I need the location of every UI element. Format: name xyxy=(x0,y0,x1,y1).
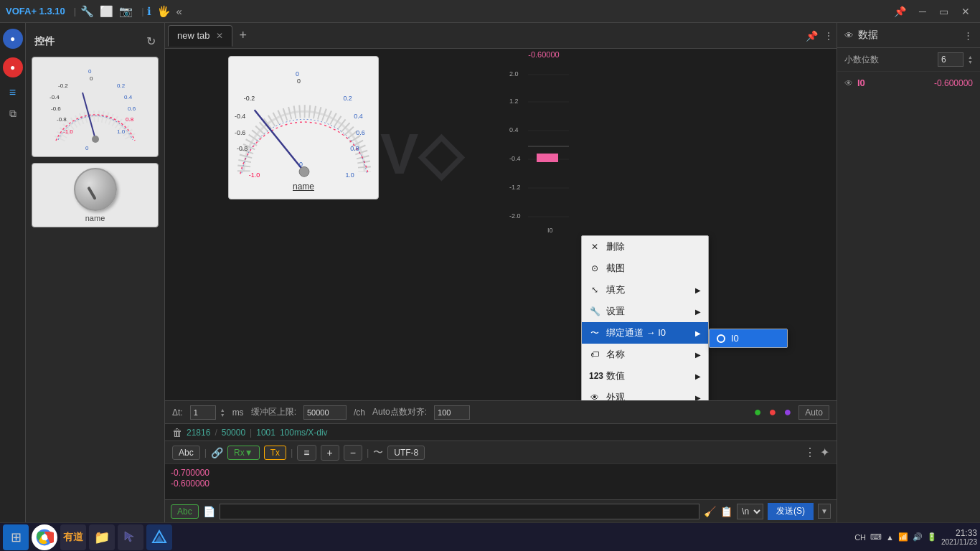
newline-select[interactable]: \n xyxy=(737,504,763,519)
svg-text:-0.8: -0.8 xyxy=(57,116,67,123)
rp-channel-row[interactable]: 👁 I0 -0.600000 xyxy=(837,72,980,94)
send-mode-btn[interactable]: Abc xyxy=(171,504,199,519)
start-btn[interactable]: ⊞ xyxy=(3,524,29,550)
align-btn[interactable]: ≡ xyxy=(297,445,316,461)
ctx-value-label: 数值 xyxy=(606,369,625,382)
close-btn[interactable]: ✕ xyxy=(957,4,974,19)
vofa-icon[interactable] xyxy=(146,524,172,550)
network-icon: 📶 xyxy=(898,532,908,542)
svg-text:I0: I0 xyxy=(547,227,553,234)
camera-icon[interactable]: 📷 xyxy=(119,5,133,18)
strip-lines-icon[interactable]: ≡ xyxy=(9,86,16,99)
status-points: 1001 xyxy=(256,428,275,438)
encoding-btn[interactable]: UTF-8 xyxy=(387,446,425,460)
delete-icon-btn[interactable]: 🗑 xyxy=(172,427,182,438)
tray-arrow[interactable]: ▲ xyxy=(886,533,894,542)
tx-btn[interactable]: Tx xyxy=(264,446,286,460)
tab-add-btn[interactable]: + xyxy=(235,28,252,43)
ctx-name-icon: 🏷 xyxy=(589,349,600,359)
context-menu: ✕ 删除 ⊙ 截图 ⤡ 填充 ▶ 🔧 设置 ▶ 〜 xyxy=(581,235,709,400)
delta-t-spinner[interactable]: ▲ ▼ xyxy=(220,408,225,418)
auto-btn[interactable]: Auto xyxy=(798,405,829,420)
ctx-fill-icon: ⤡ xyxy=(589,285,600,295)
send-btn[interactable]: 发送(S) xyxy=(768,503,814,520)
ctx-appearance[interactable]: 👁 外观 ▶ xyxy=(582,387,708,400)
rp-decimal-input[interactable] xyxy=(938,52,963,67)
maximize-btn[interactable]: ▭ xyxy=(935,4,953,19)
info-icon[interactable]: ℹ xyxy=(147,5,151,18)
minus-btn[interactable]: − xyxy=(344,445,362,461)
strip-record-icon[interactable]: ● xyxy=(3,57,23,77)
minimize-btn[interactable]: ─ xyxy=(915,4,930,19)
ctx-screenshot[interactable]: ⊙ 截图 xyxy=(582,258,708,279)
stb-more-icon[interactable]: ⋮ xyxy=(804,446,816,459)
submenu-I0[interactable]: I0 xyxy=(710,329,787,347)
tab-close-icon[interactable]: ✕ xyxy=(216,31,223,41)
pin-icon[interactable]: 📌 xyxy=(890,4,910,19)
gauge-widget[interactable]: -0.8 -0.6 -0.4 -0.2 0 0.2 0.4 0.6 0.8 -1… xyxy=(228,56,379,199)
svg-text:0: 0 xyxy=(297,77,301,85)
ctx-name[interactable]: 🏷 名称 ▶ xyxy=(582,344,708,365)
right-panel-header: 👁 数据 ⋮ xyxy=(837,23,980,48)
serial-line-1: -0.700000 xyxy=(171,468,831,478)
send-copy-icon[interactable]: 📋 xyxy=(720,506,732,517)
tab-new[interactable]: new tab ✕ xyxy=(168,25,232,47)
cursor-icon[interactable] xyxy=(118,524,143,550)
buffer-label: 缓冲区上限: xyxy=(251,406,296,418)
stb-divider3: | xyxy=(367,447,369,458)
ctx-bind-icon: 〜 xyxy=(589,327,600,339)
auto-input[interactable] xyxy=(434,405,470,420)
titlebar: VOFA+ 1.3.10 | 🔧 ⬜ 📷 | ℹ 🖐 « 📌 ─ ▭ ✕ xyxy=(0,0,980,23)
sidebar-refresh-icon[interactable]: ↻ xyxy=(146,34,156,48)
ctx-fill[interactable]: ⤡ 填充 ▶ xyxy=(582,279,708,301)
strip-circle-icon[interactable]: ● xyxy=(3,29,23,49)
ctx-appearance-label: 外观 xyxy=(606,391,625,400)
buffer-input[interactable] xyxy=(303,405,347,420)
delta-t-input[interactable] xyxy=(190,405,216,420)
tab-pin-icon[interactable]: 📌 xyxy=(806,30,818,42)
chrome-icon[interactable] xyxy=(32,524,57,550)
svg-text:0: 0 xyxy=(299,161,303,168)
svg-text:-2.0: -2.0 xyxy=(509,212,521,220)
svg-text:0.2: 0.2 xyxy=(343,95,352,102)
chevrons-left-icon[interactable]: « xyxy=(176,5,182,17)
svg-text:0.6: 0.6 xyxy=(128,105,136,112)
svg-text:-0.2: -0.2 xyxy=(58,83,68,89)
svg-text:1.0: 1.0 xyxy=(345,171,354,179)
delta-t-label: Δt: xyxy=(172,408,183,418)
divider2: | xyxy=(141,6,143,17)
svg-text:0: 0 xyxy=(296,70,299,77)
tab-more-icon[interactable]: ⋮ xyxy=(824,30,834,42)
ctx-settings[interactable]: 🔧 设置 ▶ xyxy=(582,301,708,322)
ctx-value[interactable]: 123 数值 ▶ xyxy=(582,365,708,387)
chart-widget[interactable]: -0.60000 2.0 1.2 0.4 -0.4 -1.2 -2.0 xyxy=(508,49,580,257)
wrench-icon[interactable]: 🔧 xyxy=(80,5,94,18)
abc-btn[interactable]: Abc xyxy=(172,446,200,460)
frame-icon[interactable]: ⬜ xyxy=(100,5,113,18)
rp-more-icon[interactable]: ⋮ xyxy=(963,30,973,41)
youdo-icon[interactable]: 有道 xyxy=(60,524,86,550)
send-eraser-icon[interactable]: 🧹 xyxy=(704,506,716,517)
strip-copy-icon[interactable]: ⧉ xyxy=(9,108,17,120)
folder-icon[interactable]: 📁 xyxy=(89,524,115,550)
send-input[interactable] xyxy=(220,504,699,519)
rp-decimal-spinner[interactable]: ▲ ▼ xyxy=(968,55,973,65)
fingerprint-icon[interactable]: 🖐 xyxy=(157,5,171,18)
ctx-bind[interactable]: 〜 绑定通道 → I0 ▶ xyxy=(582,322,708,344)
rx-btn[interactable]: Rx▼ xyxy=(227,446,260,460)
send-bar: Abc 📄 🧹 📋 \n 发送(S) ▼ xyxy=(165,499,837,522)
plus-btn[interactable]: + xyxy=(321,445,339,461)
send-file-icon[interactable]: 📄 xyxy=(203,506,215,517)
sidebar-knob-preview[interactable]: name xyxy=(32,163,159,227)
stb-clear-icon[interactable]: ✦ xyxy=(820,446,829,459)
ctx-value-icon: 123 xyxy=(589,371,600,381)
send-dropdown-icon[interactable]: ▼ xyxy=(818,504,831,519)
ctx-name-arrow: ▶ xyxy=(695,351,701,359)
sidebar-gauge-preview[interactable]: -0.8 -0.6 -0.4 -0.2 0 0.2 0.4 0.6 0.8 -1… xyxy=(32,57,159,157)
ctx-delete[interactable]: ✕ 删除 xyxy=(582,236,708,258)
wave-icon: 〜 xyxy=(373,446,383,459)
svg-text:1.2: 1.2 xyxy=(509,98,519,105)
window-controls: 📌 ─ ▭ ✕ xyxy=(890,4,974,19)
rp-channel-eye-icon[interactable]: 👁 xyxy=(844,78,853,88)
svg-text:0: 0 xyxy=(85,145,89,151)
